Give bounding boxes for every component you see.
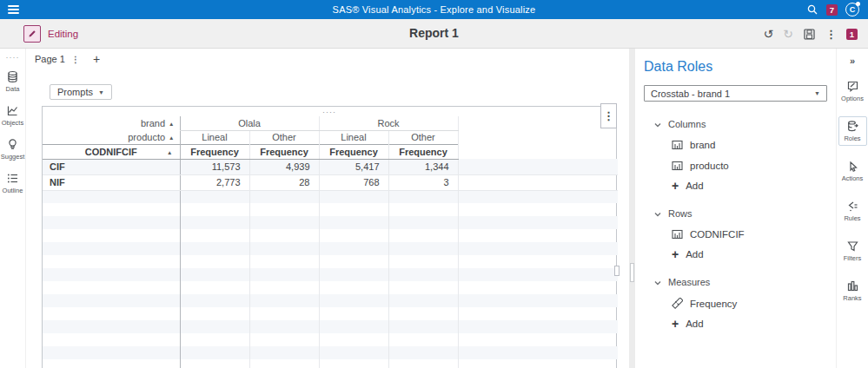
prompts-button[interactable]: Prompts ▼ — [50, 84, 112, 100]
table-cell: 5,417 — [319, 159, 388, 174]
tab-ranks[interactable]: Ranks — [838, 276, 867, 306]
role-item-brand[interactable]: brand — [672, 140, 827, 150]
table-empty-row — [43, 268, 618, 281]
table-empty-row — [43, 294, 618, 307]
app-title: SAS® Visual Analytics - Explore and Visu… — [0, 4, 868, 15]
object-menu-icon: ⋮ — [603, 109, 614, 122]
left-sidebar: ···· Data Objects Suggest — [0, 49, 26, 368]
role-item-producto[interactable]: producto — [672, 161, 827, 171]
app-bar: SAS® Visual Analytics - Explore and Visu… — [0, 0, 868, 19]
table-cell: 3 — [388, 174, 458, 190]
col-group-rock[interactable]: Rock — [319, 116, 458, 130]
redo-icon[interactable]: ↻ — [783, 28, 793, 40]
add-measure-button[interactable]: + Add — [672, 319, 827, 329]
sort-asc-icon: ▲ — [169, 135, 174, 141]
tab-filters[interactable]: Filters — [838, 236, 867, 266]
table-empty-row — [43, 229, 618, 242]
section-rows-header[interactable]: Rows — [654, 208, 827, 219]
sidebar-item-data[interactable]: Data — [6, 70, 20, 93]
crosstab-object[interactable]: ···· ⋮ brand▲ Olala Rock producto▲ — [42, 106, 617, 368]
column-group-header-row: brand▲ Olala Rock — [43, 116, 618, 130]
toolbar-badge[interactable]: 1 — [846, 29, 858, 40]
actions-icon — [846, 160, 859, 173]
measure-header[interactable]: Frequency — [249, 144, 319, 159]
object-menu-button[interactable]: ⋮ — [600, 103, 617, 128]
sub-col-header[interactable]: Lineal — [319, 130, 388, 144]
sidebar-item-objects[interactable]: Objects — [2, 104, 23, 127]
left-rail-handle[interactable]: ···· — [6, 56, 20, 59]
role-item-frequency[interactable]: Frequency — [672, 298, 827, 309]
table-empty-row — [43, 255, 618, 268]
report-title: Report 1 — [0, 26, 868, 40]
measure-header[interactable]: Frequency — [180, 144, 249, 159]
sub-col-header[interactable]: Other — [388, 130, 458, 144]
object-selector-dropdown[interactable]: Crosstab - brand 1 ▼ — [644, 85, 827, 102]
table-cell: 1,344 — [388, 159, 458, 174]
add-column-button[interactable]: + Add — [672, 181, 827, 191]
tab-options[interactable]: Options — [838, 76, 867, 106]
avatar[interactable]: C — [845, 3, 859, 16]
panel-resize-handle[interactable] — [630, 263, 634, 282]
crosstab-table: brand▲ Olala Rock producto▲ Lineal Other… — [43, 116, 618, 368]
data-icon — [6, 70, 19, 83]
measure-header[interactable]: Frequency — [388, 144, 458, 159]
table-empty-row — [43, 333, 618, 346]
category-icon — [672, 229, 683, 240]
notification-badge[interactable]: 7 — [826, 4, 838, 16]
sub-col-header[interactable]: Other — [249, 130, 319, 144]
table-row: CIF 11,573 4,939 5,417 1,344 — [43, 159, 618, 174]
table-empty-row — [43, 320, 618, 333]
collapse-panel-icon[interactable]: » — [850, 56, 855, 66]
col-group-olala[interactable]: Olala — [180, 116, 319, 130]
table-empty-row — [43, 346, 618, 359]
plus-icon: + — [672, 181, 679, 190]
section-columns: Columns brand producto + Add — [644, 119, 827, 191]
sub-col-header[interactable]: Lineal — [180, 130, 249, 144]
measure-ruler-icon — [672, 298, 683, 309]
table-cell: 11,573 — [180, 159, 249, 174]
object-resize-handle[interactable] — [614, 266, 620, 276]
row-header: NIF — [43, 174, 180, 190]
tab-page-1[interactable]: Page 1 — [35, 54, 65, 64]
filters-icon — [846, 240, 859, 253]
table-empty-row — [43, 203, 618, 216]
column-dim-sort-header[interactable]: brand▲ — [43, 116, 180, 130]
table-empty-row — [43, 190, 618, 203]
page-tab-bar: Page 1 ⋮ + — [26, 49, 629, 69]
add-page-button[interactable]: + — [93, 52, 100, 66]
caret-down-icon: ▼ — [98, 89, 104, 95]
save-icon[interactable] — [803, 28, 816, 41]
section-columns-header[interactable]: Columns — [654, 119, 827, 129]
panel-divider[interactable] — [629, 49, 635, 368]
tab-actions[interactable]: Actions — [838, 156, 867, 186]
sort-asc-icon: ▲ — [167, 149, 172, 155]
dropdown-caret-icon: ▼ — [814, 90, 820, 96]
ranks-icon — [846, 279, 859, 292]
chevron-down-icon — [654, 277, 661, 287]
role-item-codnifcif[interactable]: CODNIFCIF — [672, 229, 827, 240]
object-drag-handle[interactable]: ···· — [43, 109, 616, 115]
add-row-button[interactable]: + Add — [672, 249, 827, 260]
measure-header[interactable]: Frequency — [319, 144, 388, 159]
sidebar-item-outline[interactable]: Outline — [3, 172, 23, 194]
table-cell: 768 — [319, 174, 388, 190]
objects-icon — [6, 104, 19, 117]
data-roles-panel: Data Roles Crosstab - brand 1 ▼ Columns … — [635, 49, 836, 368]
table-empty-row — [43, 242, 618, 255]
rules-icon — [846, 200, 859, 213]
sidebar-item-suggest[interactable]: Suggest — [1, 138, 25, 161]
panel-title: Data Roles — [644, 59, 827, 75]
tab-roles[interactable]: Roles — [838, 116, 867, 146]
category-icon — [672, 140, 683, 150]
more-options-icon[interactable]: ⋮ — [825, 28, 837, 41]
row-dim-sort-header[interactable]: CODNIFCIF▲ — [43, 144, 180, 159]
section-rows: Rows CODNIFCIF + Add — [644, 208, 827, 260]
outline-icon — [6, 172, 19, 185]
undo-icon[interactable]: ↺ — [764, 28, 774, 40]
tab-rules[interactable]: Rules — [838, 196, 867, 226]
section-measures-header[interactable]: Measures — [654, 277, 827, 287]
page-menu-icon[interactable]: ⋮ — [71, 55, 80, 64]
search-icon[interactable] — [806, 3, 818, 16]
right-sidebar: » Options Roles Actions — [836, 49, 868, 368]
second-dim-sort-header[interactable]: producto▲ — [43, 130, 180, 144]
